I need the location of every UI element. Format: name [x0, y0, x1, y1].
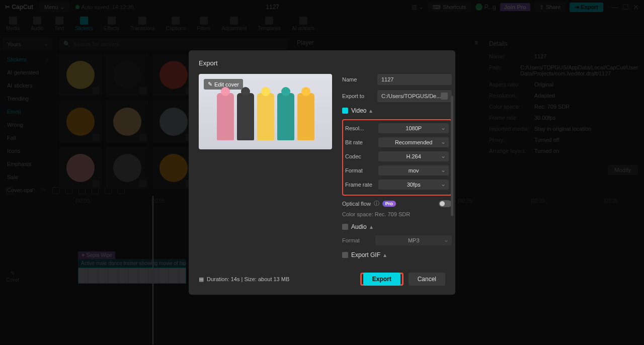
export-to-label: Export to [342, 93, 377, 99]
modal-scrollbar[interactable] [451, 96, 453, 216]
modal-title: Export [199, 59, 445, 67]
export-duration-info: ▦ Duration: 14s | Size: about 13 MB [199, 276, 289, 283]
export-path-input[interactable]: C:/Users/TOPGUS/De... [377, 90, 452, 102]
optical-flow-toggle[interactable] [439, 200, 452, 207]
audio-format-select[interactable]: MP3 [375, 235, 452, 245]
color-space-info: Color space: Rec. 709 SDR [342, 211, 452, 217]
setting-select-codec[interactable]: H.264 [378, 151, 449, 161]
export-confirm-button[interactable]: Export [363, 273, 400, 286]
setting-label: Bit rate [345, 139, 378, 145]
dancer-figure [277, 93, 294, 140]
setting-select-resol-[interactable]: 1080P [378, 123, 449, 133]
video-section-label: Video [351, 107, 366, 114]
dancer-figure [237, 93, 254, 140]
modal-overlay: Export ✎ Edit cover Name 1127 Export to … [0, 0, 644, 345]
setting-select-frame-rate[interactable]: 30fps [378, 180, 449, 190]
setting-select-bit-rate[interactable]: Recommended [378, 137, 449, 147]
pro-badge: Pro [382, 201, 396, 207]
video-settings-group: Resol...1080PBit rateRecommendedCodecH.2… [342, 119, 452, 196]
setting-label: Resol... [345, 125, 378, 131]
audio-section-label: Audio [351, 223, 367, 230]
folder-icon[interactable] [441, 93, 448, 100]
cover-preview: ✎ Edit cover [199, 74, 332, 149]
dancer-figure [297, 93, 314, 140]
optical-flow-label: Optical flow [342, 201, 371, 207]
name-label: Name [342, 76, 377, 82]
gif-checkbox[interactable] [342, 252, 348, 258]
audio-format-label: Format [342, 237, 375, 243]
dancer-figure [217, 93, 234, 140]
name-input[interactable]: 1127 [377, 74, 452, 85]
dancer-figure [257, 93, 274, 140]
setting-label: Frame rate [345, 182, 378, 188]
setting-label: Codec [345, 153, 378, 159]
gif-section-label: Export GIF [351, 251, 380, 258]
audio-checkbox[interactable] [342, 224, 348, 230]
setting-label: Format [345, 167, 378, 174]
export-modal: Export ✎ Edit cover Name 1127 Export to … [189, 50, 455, 295]
setting-select-format[interactable]: mov [378, 165, 449, 176]
cancel-button[interactable]: Cancel [409, 273, 445, 286]
video-checkbox[interactable] [342, 108, 348, 114]
